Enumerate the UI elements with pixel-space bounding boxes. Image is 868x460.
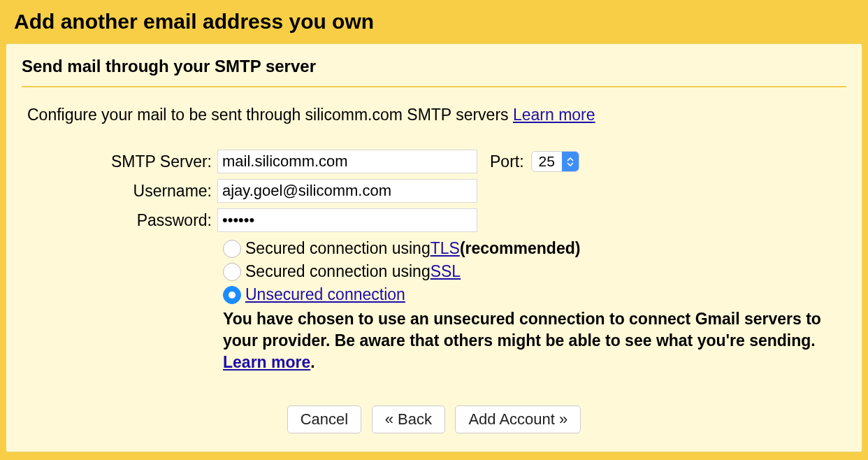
cancel-button[interactable]: Cancel (287, 405, 361, 433)
username-label: Username: (85, 182, 217, 201)
dialog-body: Send mail through your SMTP server Confi… (6, 43, 862, 452)
back-button[interactable]: « Back (372, 405, 445, 433)
password-label: Password: (85, 211, 217, 230)
unsecured-link[interactable]: Unsecured connection (245, 285, 405, 304)
username-row: Username: (85, 179, 846, 203)
radio-unsecured-row[interactable]: Unsecured connection (223, 285, 846, 304)
radio-ssl-row[interactable]: Secured connection using SSL (223, 262, 846, 281)
button-row: Cancel « Back Add Account » (22, 405, 846, 433)
dialog-title: Add another email address you own (14, 10, 854, 34)
port-label: Port: (490, 152, 524, 171)
section-description: Configure your mail to be sent through s… (22, 106, 846, 124)
warning-text: You have chosen to use an unsecured conn… (223, 310, 821, 350)
chevron-up-down-icon (562, 152, 579, 171)
port-value: 25 (532, 152, 562, 171)
section-subtitle: Send mail through your SMTP server (22, 57, 846, 87)
smtp-server-input[interactable] (217, 150, 477, 173)
dialog-container: Add another email address you own Send m… (0, 0, 868, 460)
password-row: Password: (85, 208, 846, 232)
radio-unsecured[interactable] (223, 286, 241, 304)
smtp-server-label: SMTP Server: (85, 152, 217, 171)
warning-learn-more-link[interactable]: Learn more (223, 353, 310, 371)
radio-ssl-prefix: Secured connection using (245, 262, 431, 281)
radio-tls-suffix: (recommended) (460, 239, 581, 258)
password-input[interactable] (217, 208, 477, 232)
dialog-header: Add another email address you own (0, 0, 868, 43)
description-text: Configure your mail to be sent through s… (27, 106, 513, 124)
port-group: Port: 25 (490, 151, 579, 172)
radio-tls-prefix: Secured connection using (245, 239, 431, 258)
unsecured-warning: You have chosen to use an unsecured conn… (223, 308, 846, 373)
warning-period: . (310, 353, 314, 371)
security-radio-group: Secured connection using TLS (recommende… (223, 239, 846, 304)
smtp-form: SMTP Server: Port: 25 Username: (22, 150, 846, 373)
learn-more-link[interactable]: Learn more (513, 106, 595, 124)
username-input[interactable] (217, 179, 477, 203)
radio-tls[interactable] (223, 240, 241, 258)
smtp-server-row: SMTP Server: Port: 25 (85, 150, 846, 173)
ssl-link[interactable]: SSL (431, 262, 461, 281)
port-select[interactable]: 25 (531, 151, 579, 172)
tls-link[interactable]: TLS (431, 239, 460, 258)
add-account-button[interactable]: Add Account » (455, 405, 581, 433)
radio-tls-row[interactable]: Secured connection using TLS (recommende… (223, 239, 846, 258)
radio-ssl[interactable] (223, 263, 241, 281)
